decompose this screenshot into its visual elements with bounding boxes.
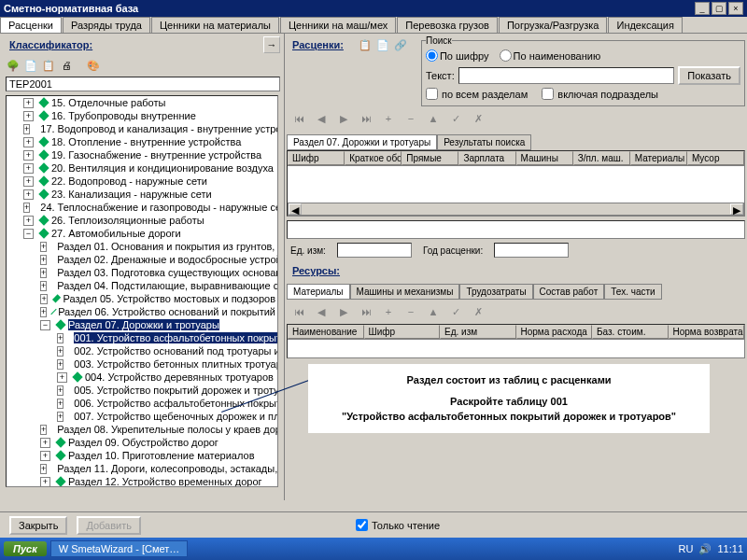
tree-item[interactable]: +006. Устройство асфальтобетонных покрыт… bbox=[7, 397, 277, 410]
column-header[interactable]: Наименование bbox=[288, 325, 364, 339]
add-icon[interactable]: + bbox=[380, 303, 397, 320]
expander-icon[interactable]: + bbox=[57, 346, 63, 357]
check-subsections[interactable]: включая подразделы bbox=[542, 88, 658, 100]
palette-icon[interactable]: 🎨 bbox=[86, 58, 101, 73]
tree-item[interactable]: +Раздел 06. Устройство оснований и покры… bbox=[7, 305, 277, 318]
expander-icon[interactable]: + bbox=[23, 216, 34, 226]
add-button[interactable]: Добавить bbox=[77, 516, 141, 535]
column-header[interactable]: Материалы bbox=[630, 151, 687, 165]
task-smetawizard[interactable]: W SmetaWizard - [Смет… bbox=[50, 540, 189, 557]
unit-input[interactable] bbox=[337, 243, 412, 258]
expander-icon[interactable]: + bbox=[23, 111, 34, 121]
doc-icon[interactable]: 📄 bbox=[23, 58, 38, 73]
tree-item[interactable]: −Раздел 07. Дорожки и тротуары bbox=[7, 318, 277, 331]
tab-transport[interactable]: Перевозка грузов bbox=[397, 17, 498, 33]
start-button[interactable]: Пуск bbox=[4, 541, 47, 556]
expander-icon[interactable]: − bbox=[40, 320, 50, 330]
confirm-icon[interactable]: ✓ bbox=[447, 110, 464, 127]
tree-item[interactable]: +15. Отделочные работы bbox=[7, 96, 277, 109]
column-header[interactable]: Мусор bbox=[687, 151, 744, 165]
expander-icon[interactable]: + bbox=[40, 477, 50, 487]
expander-icon[interactable]: − bbox=[23, 229, 34, 239]
scroll-right-icon[interactable]: ▶ bbox=[730, 203, 743, 215]
tree-item[interactable]: +Раздел 12. Устройство временных дорог bbox=[7, 475, 277, 487]
expander-icon[interactable]: + bbox=[23, 137, 34, 147]
column-header[interactable]: Баз. стоим. bbox=[592, 325, 669, 339]
tree-item[interactable]: +18. Отопление - внутренние устройства bbox=[7, 135, 277, 148]
expander-icon[interactable]: + bbox=[57, 399, 63, 409]
tab-rates[interactable]: Расценки bbox=[0, 17, 62, 33]
expander-icon[interactable]: + bbox=[57, 372, 67, 383]
next-icon[interactable]: ▶ bbox=[335, 303, 352, 320]
expander-icon[interactable]: + bbox=[40, 438, 50, 448]
tab-section07[interactable]: Раздел 07. Дорожки и тротуары bbox=[287, 134, 437, 150]
add-icon[interactable]: + bbox=[380, 110, 397, 127]
next-icon[interactable]: ▶ bbox=[335, 110, 352, 127]
expander-icon[interactable]: + bbox=[23, 163, 34, 174]
tree-item[interactable]: +Раздел 08. Укрепительные полосы у краев… bbox=[7, 423, 277, 436]
paste-icon[interactable]: 📄 bbox=[375, 38, 390, 53]
tab-labor[interactable]: Разряды труда bbox=[63, 17, 150, 33]
tree-item[interactable]: −27. Автомобильные дороги bbox=[7, 227, 277, 240]
remove-icon[interactable]: − bbox=[402, 110, 419, 127]
tree-item[interactable]: +Раздел 01. Основания и покрытия из грун… bbox=[7, 240, 277, 253]
tree-icon[interactable]: 🌳 bbox=[6, 58, 21, 73]
prev-icon[interactable]: ◀ bbox=[313, 110, 330, 127]
tree-item[interactable]: +Раздел 05. Устройство мостовых и подзор… bbox=[7, 292, 277, 305]
first-icon[interactable]: ⏮ bbox=[290, 303, 307, 320]
collapse-icon[interactable]: → bbox=[263, 36, 280, 53]
tree-item[interactable]: +20. Вентиляция и кондиционирование возд… bbox=[7, 161, 277, 175]
expander-icon[interactable]: + bbox=[23, 189, 34, 200]
resource-tab[interactable]: Состав работ bbox=[533, 284, 605, 300]
readonly-check[interactable]: Только чтение bbox=[356, 519, 440, 531]
expander-icon[interactable]: + bbox=[23, 203, 30, 213]
tab-machines[interactable]: Ценники на маш/мех bbox=[280, 17, 396, 33]
column-header[interactable]: Прямые bbox=[402, 151, 458, 165]
tree-item[interactable]: +Раздел 11. Дороги, колесопроводы, эстак… bbox=[7, 462, 277, 475]
tree-item[interactable]: +007. Устройство щебеночных дорожек и пл… bbox=[7, 410, 277, 423]
radio-by-name[interactable]: По наименованию bbox=[500, 49, 601, 62]
expander-icon[interactable]: + bbox=[57, 359, 63, 370]
tree-item[interactable]: +23. Канализация - наружные сети bbox=[7, 188, 277, 201]
cancel-icon[interactable]: ✗ bbox=[470, 110, 486, 127]
expander-icon[interactable]: + bbox=[57, 385, 63, 396]
expander-icon[interactable]: + bbox=[57, 333, 63, 343]
scroll-left-icon[interactable]: ◀ bbox=[289, 203, 302, 215]
column-header[interactable]: Шифр bbox=[288, 151, 345, 165]
expander-icon[interactable]: + bbox=[40, 281, 47, 291]
copy-icon[interactable]: 📋 bbox=[41, 58, 56, 73]
expander-icon[interactable]: + bbox=[23, 150, 34, 161]
expander-icon[interactable]: + bbox=[23, 176, 34, 187]
column-header[interactable]: Норма расхода bbox=[516, 325, 593, 339]
tree-item[interactable]: +Раздел 02. Дренажные и водосбросные уст… bbox=[7, 253, 277, 266]
check-all-sections[interactable]: по всем разделам bbox=[426, 88, 528, 100]
tree-item[interactable]: +Раздел 09. Обустройство дорог bbox=[7, 436, 277, 449]
close-dialog-button[interactable]: Закрыть bbox=[9, 516, 67, 535]
edit-icon[interactable]: ▲ bbox=[425, 110, 442, 127]
column-header[interactable]: Норма возврата bbox=[669, 325, 745, 339]
expander-icon[interactable]: + bbox=[40, 268, 47, 278]
tree-item[interactable]: +004. Устройство деревянных тротуаров bbox=[7, 371, 277, 384]
tree-item[interactable]: +002. Устройство оснований под тротуары … bbox=[7, 344, 277, 357]
db-select[interactable]: ТЕР2001 bbox=[6, 77, 280, 91]
tree-item[interactable]: +Раздел 04. Подстилающие, выравнивающие … bbox=[7, 279, 277, 292]
resources-grid[interactable]: НаименованиеШифрЕд. измНорма расходаБаз.… bbox=[287, 324, 745, 358]
tray-icon[interactable]: 🔊 bbox=[698, 543, 712, 555]
tree-item[interactable]: +001. Устройство асфальтобетонных покрыт… bbox=[7, 331, 277, 344]
lang-indicator[interactable]: RU bbox=[679, 543, 694, 554]
resource-tab[interactable]: Трудозатраты bbox=[459, 284, 532, 300]
tree-item[interactable]: +Раздел 10. Приготовление материалов bbox=[7, 449, 277, 462]
close-button[interactable]: × bbox=[728, 2, 743, 15]
column-header[interactable]: З/пл. маш. bbox=[573, 151, 630, 165]
resource-tab[interactable]: Машины и механизмы bbox=[350, 284, 460, 300]
column-header[interactable]: Машины bbox=[516, 151, 573, 165]
expander-icon[interactable]: + bbox=[40, 242, 47, 252]
column-header[interactable]: Ед. изм bbox=[440, 325, 516, 339]
tab-index[interactable]: Индексация bbox=[608, 17, 682, 33]
expander-icon[interactable]: + bbox=[40, 255, 47, 265]
expander-icon[interactable]: + bbox=[40, 451, 50, 461]
expander-icon[interactable]: + bbox=[23, 124, 30, 134]
expander-icon[interactable]: + bbox=[40, 294, 48, 304]
last-icon[interactable]: ⏭ bbox=[358, 303, 374, 320]
tree-item[interactable]: +19. Газоснабжение - внутренние устройст… bbox=[7, 148, 277, 161]
